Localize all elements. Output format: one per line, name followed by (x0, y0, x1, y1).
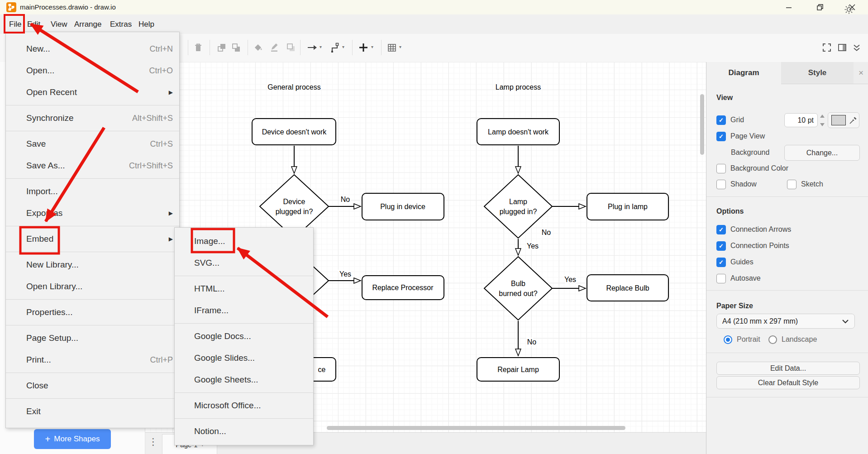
insert-caret-icon[interactable]: ▾ (371, 44, 373, 49)
paper-size-select[interactable]: A4 (210 mm x 297 mm) (716, 314, 855, 329)
grid-color-button[interactable] (828, 112, 859, 128)
page-view-checkbox[interactable]: ✓ (716, 132, 726, 141)
to-front-icon[interactable] (217, 43, 227, 53)
shadow-icon[interactable] (286, 43, 296, 53)
stepper-down-icon[interactable] (820, 123, 825, 126)
menu-item-google-slides[interactable]: Google Slides... (175, 347, 313, 369)
to-back-icon[interactable] (231, 43, 241, 53)
menu-separator (6, 226, 179, 226)
more-shapes-button[interactable]: + More Shapes (34, 429, 111, 449)
menu-item-save-as[interactable]: Save As...Ctrl+Shift+S (6, 155, 179, 177)
menubar-item-view[interactable]: View (50, 14, 68, 34)
menubar-item-arrange[interactable]: Arrange (73, 14, 102, 34)
menu-separator (6, 178, 179, 179)
background-color-label: Background Color (730, 164, 788, 172)
landscape-radio[interactable] (768, 335, 777, 344)
menu-item-export-as[interactable]: Export as▶ (6, 202, 179, 224)
minimize-button[interactable] (778, 0, 799, 14)
background-color-checkbox[interactable]: ✓ (716, 164, 726, 173)
menu-item-embed[interactable]: Embed▶ (6, 228, 179, 250)
menu-item-svg[interactable]: SVG... (175, 252, 313, 274)
chevron-down-icon (842, 319, 849, 324)
menu-item-iframe[interactable]: IFrame... (175, 300, 313, 321)
menu-item-synchronize[interactable]: SynchronizeAlt+Shift+S (6, 107, 179, 129)
stepper-up-icon[interactable] (820, 115, 825, 118)
edit-data-button[interactable]: Edit Data... (716, 362, 860, 375)
horizontal-scrollbar[interactable] (327, 426, 625, 430)
theme-sun-icon[interactable] (844, 4, 854, 15)
view-section-header: View (716, 94, 733, 102)
shadow-checkbox[interactable]: ✓ (716, 180, 726, 189)
fullscreen-icon[interactable] (822, 43, 832, 53)
toolbar-separator (300, 40, 300, 55)
menu-item-open[interactable]: Open...Ctrl+O (6, 60, 179, 81)
connection-arrows-checkbox[interactable]: ✓ (716, 225, 726, 234)
panel-close-icon[interactable]: × (854, 62, 868, 84)
connection-points-checkbox[interactable]: ✓ (716, 241, 726, 251)
toolbar-separator (248, 40, 248, 55)
directions-caret-icon[interactable]: ▾ (320, 44, 322, 49)
insert-plus-icon[interactable] (358, 43, 368, 53)
menu-separator (6, 105, 179, 105)
menubar-item-file[interactable]: File (8, 14, 22, 34)
menu-item-properties[interactable]: Properties... (6, 301, 179, 323)
format-panel: Diagram Style × View ✓ Grid 10 pt ✓ Page… (706, 62, 868, 454)
tab-style[interactable]: Style (781, 62, 854, 84)
menu-shortcut: Ctrl+Shift+S (129, 161, 173, 171)
format-panel-icon[interactable] (837, 43, 847, 53)
menu-item-html[interactable]: HTML... (175, 278, 313, 300)
directions-arrow-icon[interactable] (307, 43, 317, 53)
tab-diagram[interactable]: Diagram (706, 62, 782, 84)
drawio-logo-icon (6, 2, 16, 12)
menu-item-new[interactable]: New...Ctrl+N (6, 38, 179, 60)
menu-item-save[interactable]: SaveCtrl+S (6, 133, 179, 155)
menu-item-microsoft-office[interactable]: Microsoft Office... (175, 395, 313, 416)
grid-size-input[interactable]: 10 pt (784, 113, 818, 127)
pages-kebab-icon[interactable]: ⋮ (148, 436, 158, 447)
menu-item-page-setup[interactable]: Page Setup... (6, 327, 179, 349)
portrait-radio-row: Portrait (724, 334, 760, 345)
file-menu-dropdown: New...Ctrl+NOpen...Ctrl+OOpen Recent▶Syn… (5, 32, 180, 428)
paper-size-section-header: Paper Size (716, 302, 753, 310)
waypoints-caret-icon[interactable]: ▾ (342, 44, 344, 49)
menubar-item-help[interactable]: Help (138, 14, 155, 34)
landscape-radio-row: Landscape (768, 334, 817, 345)
collapse-expand-chevrons-icon[interactable] (852, 43, 862, 53)
table-icon[interactable] (387, 43, 397, 53)
background-change-button[interactable]: Change... (784, 145, 860, 161)
embed-submenu: Image...SVG...HTML...IFrame...Google Doc… (174, 227, 314, 445)
delete-icon[interactable] (193, 43, 203, 53)
portrait-radio[interactable] (724, 335, 732, 344)
menu-item-label: Open Library... (26, 282, 82, 292)
fill-color-icon[interactable] (253, 43, 263, 53)
menu-item-open-library[interactable]: Open Library... (6, 276, 179, 297)
menubar-item-extras[interactable]: Extras (109, 14, 133, 34)
maximize-button[interactable] (810, 0, 830, 14)
menu-item-google-docs[interactable]: Google Docs... (175, 325, 313, 347)
vertical-scrollbar[interactable] (700, 94, 704, 155)
table-caret-icon[interactable]: ▾ (399, 44, 401, 49)
menu-item-notion[interactable]: Notion... (175, 421, 313, 442)
menu-separator (6, 252, 179, 252)
menu-item-open-recent[interactable]: Open Recent▶ (6, 81, 179, 103)
connection-arrows-label: Connection Arrows (730, 225, 791, 234)
menu-item-new-library[interactable]: New Library... (6, 254, 179, 276)
menu-item-exit[interactable]: Exit (6, 401, 179, 422)
menu-item-label: Open Recent (26, 87, 77, 97)
edit-style-pencil-icon[interactable] (269, 43, 279, 53)
autosave-checkbox[interactable]: ✓ (716, 274, 726, 283)
menu-item-close[interactable]: Close (6, 375, 179, 397)
waypoints-icon[interactable] (331, 43, 341, 53)
menubar-item-edit[interactable]: Edit (26, 14, 41, 34)
sketch-checkbox[interactable]: ✓ (787, 180, 796, 189)
menu-item-image[interactable]: Image... (175, 230, 313, 252)
guides-checkbox[interactable]: ✓ (716, 258, 726, 267)
menu-item-print[interactable]: Print...Ctrl+P (6, 349, 179, 371)
grid-size-stepper[interactable] (819, 115, 826, 126)
grid-checkbox[interactable]: ✓ (716, 115, 726, 125)
autosave-row: ✓ Autosave (716, 273, 761, 284)
menu-item-google-sheets[interactable]: Google Sheets... (175, 369, 313, 391)
menu-item-import[interactable]: Import... (6, 181, 179, 202)
guides-row: ✓ Guides (716, 257, 754, 268)
clear-default-style-button[interactable]: Clear Default Style (716, 376, 860, 389)
